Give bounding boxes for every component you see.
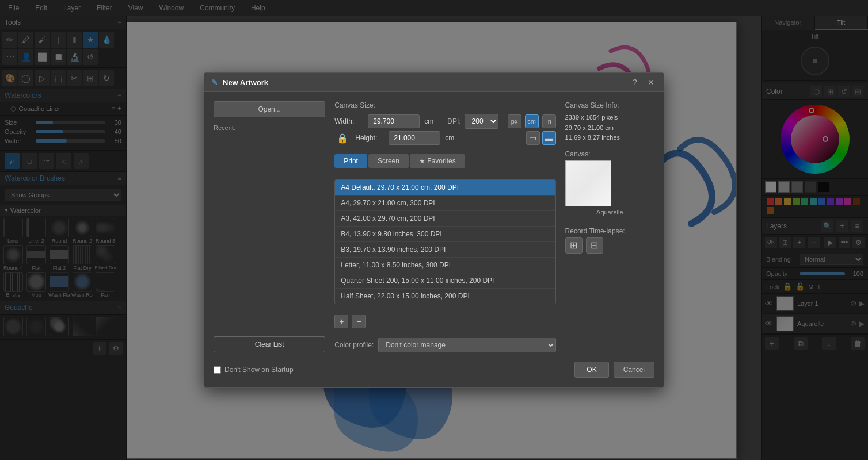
unit-radio-pixel[interactable]: px: [508, 114, 521, 128]
canvas-size-section: Canvas Size: Width: cm DPI: 200 300 150: [334, 101, 555, 147]
landscape-btn[interactable]: ▬: [542, 131, 556, 145]
modal-left: Open... Recent: Clear List: [214, 101, 325, 352]
preset-delete-btn[interactable]: −: [352, 315, 366, 328]
modal-footer: Don't Show on Startup OK Cancel: [204, 362, 664, 387]
color-profile-row: Color profile: Don't color manage: [334, 338, 555, 352]
height-label: Height:: [355, 134, 384, 142]
screen-tab[interactable]: Screen: [368, 154, 409, 168]
modal-body: Open... Recent: Clear List Canvas Size: …: [204, 92, 664, 362]
modal-right: Canvas Size Info: 2339 x 1654 pixels 29.…: [565, 101, 654, 352]
ok-button[interactable]: OK: [574, 362, 608, 378]
preset-item-5[interactable]: Letter, 11.00 x 8.50 inches, 300 DPI: [335, 258, 555, 273]
unit-radio-cm[interactable]: cm: [525, 114, 539, 128]
canvas-preview-section: Canvas: Aquarelle: [565, 150, 654, 216]
dont-show-checkbox[interactable]: [214, 366, 221, 374]
record-video-btn[interactable]: ⊞: [565, 237, 583, 254]
preset-item-6[interactable]: Quarter Sheet 200, 15.00 x 11.00 inches,…: [335, 273, 555, 289]
modal-titlebar: ✎ New Artwork ? ✕: [204, 73, 664, 92]
preset-item-3[interactable]: B4, 13.90 x 9.80 inches, 300 DPI: [335, 227, 555, 242]
record-section: Record Time-lapse: ⊞ ⊟: [565, 223, 654, 254]
width-row: Width: cm DPI: 200 300 150 72: [334, 114, 555, 129]
canvas-info-pixels: 2339 x 1654 pixels: [565, 113, 654, 123]
dpi-label: DPI:: [447, 117, 460, 125]
startup-row: Don't Show on Startup: [214, 366, 294, 374]
print-tabs: Print Screen ★ Favorites: [334, 154, 555, 168]
preset-item-0[interactable]: A4 Default, 29.70 x 21.00 cm, 200 DPI: [335, 180, 555, 195]
color-profile-label: Color profile:: [334, 341, 374, 349]
preset-item-2[interactable]: A3, 42.00 x 29.70 cm, 200 DPI: [335, 211, 555, 227]
modal-title: New Artwork: [223, 78, 625, 87]
recent-file-list: [214, 136, 325, 332]
preset-item-1[interactable]: A4, 29.70 x 21.00 cm, 300 DPI: [335, 195, 555, 211]
canvas-info-cm: 29.70 x 21.00 cm: [565, 123, 654, 133]
height-unit: cm: [445, 134, 454, 142]
canvas-preview-thumb: [565, 160, 611, 206]
print-tab[interactable]: Print: [334, 154, 367, 168]
record-settings-btn[interactable]: ⊟: [586, 237, 603, 254]
canvas-size-info: Canvas Size Info: 2339 x 1654 pixels 29.…: [565, 101, 654, 143]
height-input[interactable]: [389, 131, 440, 145]
clear-list-btn[interactable]: Clear List: [214, 336, 325, 352]
preset-actions: + −: [334, 315, 555, 328]
presets-list: A4 Default, 29.70 x 21.00 cm, 200 DPI A4…: [334, 179, 555, 304]
modal-center: Canvas Size: Width: cm DPI: 200 300 150: [334, 101, 555, 352]
modal-icon: ✎: [211, 78, 218, 87]
modal-help-btn[interactable]: ?: [629, 76, 641, 88]
dont-show-label: Don't Show on Startup: [224, 366, 294, 374]
orientation-btns: ▭ ▬: [526, 131, 556, 145]
modal-overlay: ✎ New Artwork ? ✕ Open... Recent: Clear …: [0, 0, 868, 460]
cancel-button[interactable]: Cancel: [614, 362, 654, 378]
unit-radio-group: px cm in: [508, 114, 556, 128]
canvas-info-inches: 11.69 x 8.27 inches: [565, 133, 654, 143]
color-profile-select[interactable]: Don't color manage: [378, 338, 555, 352]
record-label: Record Time-lapse:: [565, 227, 654, 235]
modal-close-btn[interactable]: ✕: [645, 76, 657, 88]
height-row: 🔒 Height: cm ▭ ▬: [334, 131, 555, 145]
dpi-select[interactable]: 200 300 150 72: [465, 114, 498, 129]
preset-add-btn[interactable]: +: [334, 315, 348, 328]
record-btns: ⊞ ⊟: [565, 237, 654, 254]
aspect-lock-icon[interactable]: 🔒: [334, 133, 351, 144]
recent-label: Recent:: [214, 124, 325, 131]
canvas-info-title: Canvas Size Info:: [565, 101, 654, 109]
width-unit: cm: [424, 117, 433, 125]
canvas-preview-label: Canvas:: [565, 150, 654, 158]
width-label: Width:: [334, 117, 363, 125]
canvas-preview-name: Aquarelle: [565, 209, 654, 216]
dpi-group: DPI: 200 300 150 72: [447, 114, 498, 129]
favorites-tab[interactable]: ★ Favorites: [410, 154, 465, 168]
preset-item-7[interactable]: Half Sheet, 22.00 x 15.00 inches, 200 DP…: [335, 289, 555, 304]
canvas-size-label: Canvas Size:: [334, 101, 555, 109]
open-btn[interactable]: Open...: [214, 101, 325, 117]
width-input[interactable]: [368, 114, 420, 128]
unit-radio-inch[interactable]: in: [542, 114, 556, 128]
portrait-btn[interactable]: ▭: [526, 131, 540, 145]
preset-item-4[interactable]: B3, 19.70 x 13.90 inches, 200 DPI: [335, 242, 555, 258]
new-artwork-modal: ✎ New Artwork ? ✕ Open... Recent: Clear …: [204, 72, 664, 388]
